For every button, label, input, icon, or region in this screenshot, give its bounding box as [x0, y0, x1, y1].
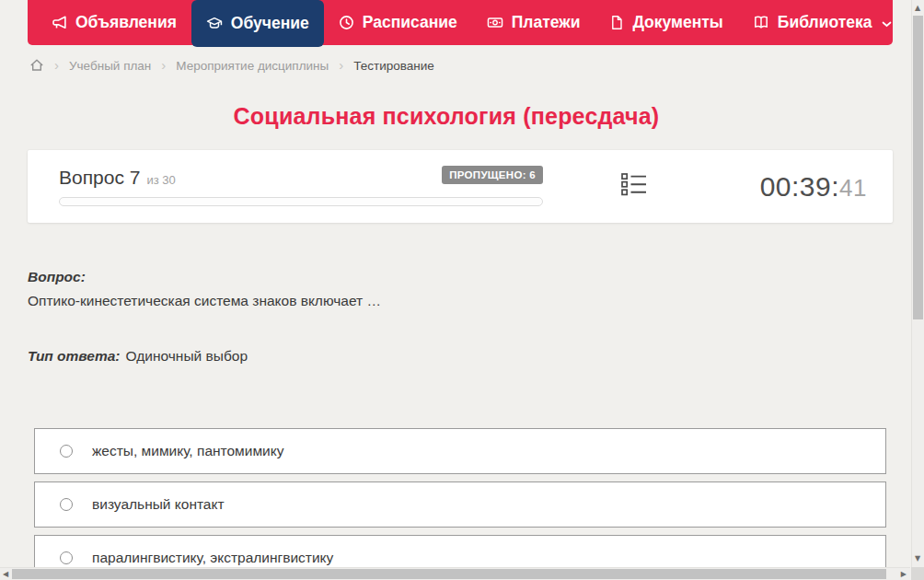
- horizontal-scrollbar[interactable]: ◀ ▶: [0, 567, 910, 580]
- question-total: из 30: [146, 173, 175, 187]
- skipped-badge: ПРОПУЩЕНО: 6: [442, 166, 543, 184]
- nav-item-documents[interactable]: Документы: [595, 0, 737, 45]
- answer-options: жесты, мимику, пантомимику визуальный ко…: [34, 428, 886, 580]
- answer-option-1[interactable]: жесты, мимику, пантомимику: [34, 428, 886, 474]
- breadcrumb-separator-icon: ›: [54, 58, 59, 72]
- radio-button-icon[interactable]: [60, 551, 73, 564]
- timer-hours-minutes: 00:39:: [760, 171, 839, 202]
- nav-item-label: Расписание: [363, 13, 457, 32]
- radio-button-icon[interactable]: [60, 498, 73, 511]
- scroll-down-arrow-icon[interactable]: ▼: [915, 555, 920, 563]
- nav-item-label: Обучение: [231, 14, 309, 33]
- nav-item-learning[interactable]: Обучение: [191, 0, 324, 47]
- scrollbar-corner: [911, 567, 924, 580]
- nav-item-label: Библиотека: [778, 13, 872, 32]
- top-navbar: Объявления Обучение Расписание Платежи Д…: [28, 0, 893, 45]
- breadcrumb-separator-icon: ›: [161, 58, 166, 72]
- vertical-scrollbar-thumb[interactable]: [913, 16, 923, 319]
- radio-button-icon[interactable]: [60, 445, 73, 458]
- document-icon: [609, 15, 624, 30]
- graduation-cap-icon: [206, 16, 223, 31]
- scroll-right-arrow-icon[interactable]: ▶: [901, 571, 907, 578]
- answer-option-2[interactable]: визуальный контакт: [34, 481, 886, 528]
- horizontal-scrollbar-thumb[interactable]: [12, 569, 886, 579]
- answer-type-row: Тип ответа:Одиночный выбор: [28, 348, 248, 365]
- megaphone-icon: [52, 15, 67, 30]
- nav-item-label: Объявления: [75, 13, 177, 32]
- question-list-button[interactable]: [621, 173, 647, 200]
- answer-option-label: паралингвистику, экстралингвистику: [92, 550, 333, 566]
- nav-item-library[interactable]: Библиотека: [738, 0, 907, 45]
- breadcrumb-item-curriculum[interactable]: Учебный план: [69, 59, 151, 73]
- banknote-icon: [487, 15, 503, 30]
- scroll-up-arrow-icon[interactable]: ▲: [915, 5, 920, 12]
- scroll-left-arrow-icon[interactable]: ◀: [3, 571, 8, 578]
- timer-seconds: 41: [839, 174, 867, 202]
- chevron-down-icon: [882, 21, 892, 28]
- question-list-icon: [621, 173, 647, 200]
- question-text: Оптико-кинестетическая система знаков вк…: [28, 293, 381, 309]
- timer: 00:39:41: [760, 171, 867, 203]
- nav-item-label: Документы: [632, 13, 722, 32]
- page-title: Социальная психология (пересдача): [0, 103, 893, 130]
- answer-option-label: визуальный контакт: [92, 496, 225, 513]
- breadcrumb-item-testing: Тестирование: [353, 59, 434, 73]
- nav-item-label: Платежи: [512, 13, 581, 32]
- clock-icon: [339, 15, 354, 30]
- quiz-header-card: Вопрос 7 из 30 ПРОПУЩЕНО: 6 00:39:41: [28, 150, 893, 223]
- vertical-scrollbar[interactable]: ▲ ▼: [911, 0, 924, 567]
- progress-bar: [59, 197, 543, 206]
- question-progress-block: Вопрос 7 из 30 ПРОПУЩЕНО: 6: [59, 167, 543, 206]
- question-heading: Вопрос:: [28, 269, 86, 285]
- nav-item-payments[interactable]: Платежи: [472, 0, 595, 45]
- breadcrumb: › Учебный план › Мероприятие дисциплины …: [29, 58, 434, 73]
- nav-item-schedule[interactable]: Расписание: [324, 0, 472, 45]
- breadcrumb-item-discipline-event[interactable]: Мероприятие дисциплины: [176, 59, 329, 73]
- question-number: Вопрос 7: [59, 167, 140, 189]
- answer-type-value: Одиночный выбор: [126, 348, 248, 364]
- answer-type-label: Тип ответа:: [28, 348, 121, 364]
- breadcrumb-separator-icon: ›: [339, 58, 343, 72]
- answer-option-label: жесты, мимику, пантомимику: [92, 443, 283, 459]
- home-icon[interactable]: [29, 58, 44, 73]
- book-icon: [753, 15, 769, 30]
- nav-item-announcements[interactable]: Объявления: [37, 0, 191, 45]
